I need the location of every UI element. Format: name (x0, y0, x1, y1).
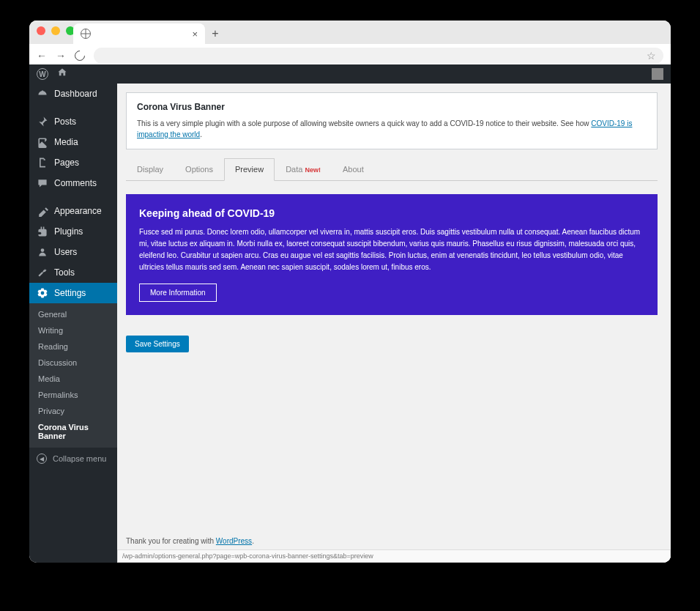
sidebar-label: Pages (54, 158, 79, 168)
save-settings-button[interactable]: Save Settings (126, 336, 189, 352)
tab-options[interactable]: Options (174, 158, 224, 180)
sidebar-item-users[interactable]: Users (29, 242, 117, 262)
pages-icon (37, 157, 48, 169)
banner-heading: Keeping ahead of COVID-19 (139, 207, 644, 219)
banner-body: Fusce sed mi purus. Donec lorem odio, ul… (139, 226, 644, 273)
submenu-permalinks[interactable]: Permalinks (29, 387, 117, 403)
sidebar-label: Media (54, 137, 78, 147)
back-button[interactable]: ← (37, 51, 47, 61)
close-tab-icon[interactable]: × (192, 29, 198, 40)
collapse-label: Collapse menu (53, 454, 106, 463)
forward-button[interactable]: → (56, 51, 66, 61)
collapse-menu-button[interactable]: ◀ Collapse menu (29, 447, 117, 470)
sidebar-label: Settings (54, 288, 86, 298)
sidebar-item-pages[interactable]: Pages (29, 152, 117, 173)
sidebar-item-appearance[interactable]: Appearance (29, 201, 117, 221)
sidebar-label: Users (54, 247, 77, 257)
users-icon (37, 246, 48, 258)
browser-tab[interactable]: × (73, 23, 205, 44)
sidebar-item-media[interactable]: Media (29, 132, 117, 152)
banner-more-info-button[interactable]: More Information (139, 284, 217, 302)
bookmark-star-icon[interactable]: ☆ (647, 50, 656, 62)
sidebar-label: Appearance (54, 206, 102, 216)
sidebar-item-tools[interactable]: Tools (29, 262, 117, 283)
wp-content: Dashboard Posts Media Pages Comments (29, 84, 671, 563)
sidebar-label: Dashboard (54, 89, 97, 99)
settings-icon (37, 287, 48, 299)
collapse-icon: ◀ (37, 453, 47, 464)
sidebar-label: Comments (54, 178, 97, 188)
dashboard-icon (37, 88, 48, 100)
tab-data[interactable]: Data New! (275, 158, 332, 180)
sidebar-item-plugins[interactable]: Plugins (29, 221, 117, 242)
media-icon (37, 136, 48, 148)
submenu-general[interactable]: General (29, 306, 117, 322)
reload-icon (72, 48, 87, 63)
settings-submenu: General Writing Reading Discussion Media… (29, 303, 117, 447)
intro-panel: Corona Virus Banner This is a very simpl… (126, 92, 658, 149)
plugins-icon (37, 226, 48, 237)
sidebar-label: Plugins (54, 226, 83, 237)
reload-button[interactable] (75, 51, 85, 61)
page-title: Corona Virus Banner (137, 102, 647, 112)
minimize-window-button[interactable] (51, 26, 60, 35)
sidebar-item-posts[interactable]: Posts (29, 111, 117, 132)
tab-preview[interactable]: Preview (224, 158, 275, 181)
wp-footer: Thank you for creating with WordPress. (126, 533, 658, 549)
home-icon[interactable] (57, 67, 67, 81)
intro-text: This is a very simple plugin with a sole… (137, 118, 647, 140)
new-tab-button[interactable]: + (205, 23, 226, 44)
sidebar-item-comments[interactable]: Comments (29, 173, 117, 193)
browser-statusbar: /wp-admin/options-general.php?page=wpb-c… (117, 549, 671, 563)
footer-wordpress-link[interactable]: WordPress (216, 537, 252, 545)
pin-icon (37, 116, 48, 127)
sidebar-item-dashboard[interactable]: Dashboard (29, 84, 117, 104)
globe-icon (81, 29, 91, 39)
tab-about[interactable]: About (332, 158, 375, 180)
close-window-button[interactable] (37, 26, 45, 35)
sidebar-label: Tools (54, 267, 75, 278)
submenu-discussion[interactable]: Discussion (29, 355, 117, 371)
window-controls (37, 26, 75, 35)
submenu-corona-banner[interactable]: Corona Virus Banner (29, 419, 117, 444)
submenu-privacy[interactable]: Privacy (29, 403, 117, 419)
tab-display[interactable]: Display (126, 158, 174, 180)
appearance-icon (37, 205, 48, 217)
browser-window: × + ← → ☆ W Dashboard Posts (29, 21, 671, 563)
comments-icon (37, 177, 48, 189)
wordpress-logo-icon[interactable]: W (37, 68, 48, 80)
new-badge: New! (305, 166, 321, 174)
main-content: Corona Virus Banner This is a very simpl… (117, 84, 671, 563)
sidebar-item-settings[interactable]: Settings (29, 283, 117, 303)
preview-banner: Keeping ahead of COVID-19 Fusce sed mi p… (126, 194, 658, 315)
wp-admin-bar: W (29, 64, 671, 84)
tools-icon (37, 267, 48, 278)
user-avatar[interactable] (652, 68, 663, 80)
submenu-media[interactable]: Media (29, 371, 117, 387)
submenu-reading[interactable]: Reading (29, 338, 117, 355)
address-bar[interactable]: ☆ (94, 48, 663, 64)
admin-sidebar: Dashboard Posts Media Pages Comments (29, 84, 117, 563)
tabs-nav: Display Options Preview Data New! About (126, 158, 658, 181)
submenu-writing[interactable]: Writing (29, 322, 117, 338)
sidebar-label: Posts (54, 116, 76, 127)
